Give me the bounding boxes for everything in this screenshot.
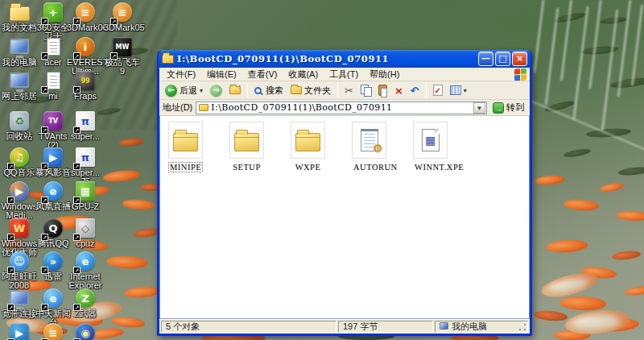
folder-icon bbox=[295, 133, 320, 151]
file-item-autorun[interactable]: ⚙AUTORUN bbox=[352, 122, 386, 173]
desktop-icon-cut-icon-3[interactable]: ◉↗ bbox=[67, 322, 104, 340]
file-list[interactable]: MINIPESETUPWXPE⚙AUTORUN▦WINNT.XPE bbox=[159, 116, 530, 319]
zhongtian-news-icon: e↗ bbox=[43, 288, 64, 309]
maximize-button[interactable]: □ bbox=[495, 52, 510, 66]
menu-item-view[interactable]: 查看(V) bbox=[242, 68, 283, 81]
address-label: 地址(D) bbox=[163, 102, 192, 114]
desktop-icon-network-places[interactable]: 网上邻居 bbox=[1, 70, 38, 101]
desktop-icon-gpu-z[interactable]: ▦↗GPU-Z bbox=[67, 180, 104, 211]
cut-icon: ✂ bbox=[345, 85, 353, 97]
minimize-button[interactable]: — bbox=[478, 52, 493, 66]
desktop-icon-my-computer[interactable]: 我的电脑 bbox=[1, 36, 38, 67]
desktop-icon-3dmark05[interactable]: ≡↗3DMark05 bbox=[104, 2, 141, 32]
folders-label: 文件夹 bbox=[304, 85, 331, 97]
up-button[interactable]: ↑ bbox=[227, 85, 243, 95]
360-safe-icon: +↗ bbox=[43, 2, 64, 23]
my-computer-icon bbox=[440, 322, 448, 330]
menu-item-edit[interactable]: 编辑(E) bbox=[201, 68, 242, 81]
shortcut-arrow-icon: ↗ bbox=[7, 304, 14, 311]
tencent-qq-icon: Q↗ bbox=[43, 218, 64, 238]
paste-button[interactable] bbox=[376, 84, 390, 97]
desktop-icon-label: Z武器 bbox=[67, 309, 104, 318]
shortcut-arrow-icon: ↗ bbox=[7, 234, 14, 241]
copy-icon bbox=[361, 85, 371, 96]
undo-button[interactable]: ↶ bbox=[408, 84, 422, 97]
qq-music-icon: ♫↗ bbox=[9, 147, 30, 168]
properties-button[interactable]: ✓ bbox=[431, 84, 445, 97]
shortcut-arrow-icon: ↗ bbox=[41, 126, 48, 134]
file-label: AUTORUN bbox=[352, 162, 399, 172]
cpuz-icon: ◇↗ bbox=[75, 218, 96, 238]
views-button[interactable]: ▾ bbox=[448, 85, 469, 96]
delete-button[interactable]: × bbox=[392, 84, 406, 97]
desktop-icon-qq-music[interactable]: ♫↗QQ音乐 bbox=[1, 147, 38, 177]
copy-button[interactable] bbox=[358, 84, 374, 97]
file-label: WINNT.XPE bbox=[413, 162, 465, 172]
resize-grip[interactable] bbox=[518, 322, 527, 332]
address-dropdown-button[interactable]: ▼ bbox=[473, 102, 485, 114]
desktop-icon-cut-icon-1[interactable]: ▶↗ bbox=[1, 322, 38, 340]
desktop-icon-cpuz[interactable]: ◇↗cpuz bbox=[67, 218, 104, 248]
desktop-icon-nfs9[interactable]: MW↗极品飞车 9 bbox=[104, 36, 141, 76]
toolbar-separator bbox=[337, 84, 338, 97]
shortcut-arrow-icon: ↗ bbox=[73, 234, 80, 241]
delete-icon: × bbox=[394, 85, 403, 97]
file-label: WXPE bbox=[294, 162, 323, 172]
address-input[interactable] bbox=[211, 102, 473, 113]
title-bar[interactable]: I:\BootCD_070911(1)\BootCD_070911 — □ × bbox=[159, 50, 530, 68]
desktop-icon-label: 3DMark05 bbox=[104, 23, 141, 32]
forward-button[interactable]: → bbox=[208, 84, 225, 97]
menu-item-favorites[interactable]: 收藏(A) bbox=[283, 68, 324, 81]
desktop-icon-label: super... bbox=[67, 132, 104, 141]
toolbar-separator bbox=[247, 84, 248, 97]
status-object-count: 5 个对象 bbox=[161, 321, 336, 333]
cut-button[interactable]: ✂ bbox=[342, 84, 356, 97]
menu-item-file[interactable]: 文件(F) bbox=[161, 68, 201, 81]
undo-icon: ↶ bbox=[411, 85, 419, 97]
desktop-icon-windows-media-player[interactable]: ▶↗Windows Medi... bbox=[1, 180, 38, 220]
file-item-wxpe[interactable]: WXPE bbox=[291, 122, 325, 173]
autorun-file-icon: ⚙ bbox=[361, 129, 378, 151]
paste-icon bbox=[378, 85, 387, 96]
windows-youhua-dashi-icon: W↗ bbox=[9, 218, 30, 238]
storm-player-icon: ▶↗ bbox=[43, 147, 64, 168]
desktop-icon-label: 极品飞车 9 bbox=[104, 58, 141, 76]
folders-button[interactable]: 文件夹 bbox=[288, 84, 333, 97]
close-button[interactable]: × bbox=[512, 52, 527, 66]
menu-item-tools[interactable]: 工具(T) bbox=[324, 68, 364, 81]
desktop-icon-recycle-bin[interactable]: ♻回收站 bbox=[1, 110, 38, 141]
views-dropdown-icon: ▾ bbox=[464, 87, 467, 94]
desktop-icon-label: QQ音乐 bbox=[1, 168, 38, 177]
shortcut-arrow-icon: ↗ bbox=[41, 234, 48, 241]
desktop-icon-broadband-connection[interactable]: ↗宽带连接 bbox=[1, 288, 38, 318]
desktop-icon-internet-explorer[interactable]: e↗Internet Explorer bbox=[67, 251, 104, 290]
status-location: 我的电脑 bbox=[435, 321, 528, 333]
desktop-icon-label: cpuz bbox=[67, 239, 104, 248]
file-item-winnt-xpe[interactable]: ▦WINNT.XPE bbox=[413, 122, 448, 173]
windows-media-player-icon: ▶↗ bbox=[9, 180, 30, 201]
shortcut-arrow-icon: ↗ bbox=[7, 197, 14, 204]
address-folder-icon bbox=[199, 104, 208, 111]
shortcut-arrow-icon: ↗ bbox=[41, 86, 48, 93]
file-item-setup[interactable]: SETUP bbox=[229, 122, 264, 173]
views-icon bbox=[450, 85, 461, 95]
desktop-icon-aliwangwang[interactable]: ☺↗阿里旺旺 2008 bbox=[1, 251, 38, 290]
search-button[interactable]: 搜索 bbox=[252, 84, 286, 97]
shortcut-arrow-icon: ↗ bbox=[41, 267, 48, 274]
shortcut-arrow-icon: ↗ bbox=[7, 267, 14, 274]
toolbar-separator bbox=[426, 84, 427, 97]
back-icon: ← bbox=[165, 85, 177, 97]
desktop-icon-z-weapon[interactable]: Z↗Z武器 bbox=[67, 288, 104, 318]
desktop-icon-fraps[interactable]: 99↗Fraps bbox=[67, 70, 104, 101]
desktop-icon-my-documents[interactable]: 我的文档 bbox=[1, 2, 38, 32]
desktop-icon-super-pi[interactable]: π↗super... bbox=[67, 110, 104, 141]
back-label: 后退 bbox=[180, 85, 197, 97]
file-thumbnail: ▦ bbox=[413, 122, 448, 159]
file-item-minipe[interactable]: MINIPE bbox=[168, 122, 203, 173]
shortcut-arrow-icon: ↗ bbox=[73, 304, 80, 311]
back-button[interactable]: ← 后退 ▾ bbox=[163, 84, 205, 97]
menu-item-help[interactable]: 帮助(H) bbox=[364, 68, 405, 81]
desktop-icon-3dmark06[interactable]: ≡↗3DMark06 bbox=[67, 2, 104, 32]
back-dropdown-icon[interactable]: ▾ bbox=[200, 87, 203, 94]
go-button[interactable]: → 转到 bbox=[490, 102, 526, 114]
